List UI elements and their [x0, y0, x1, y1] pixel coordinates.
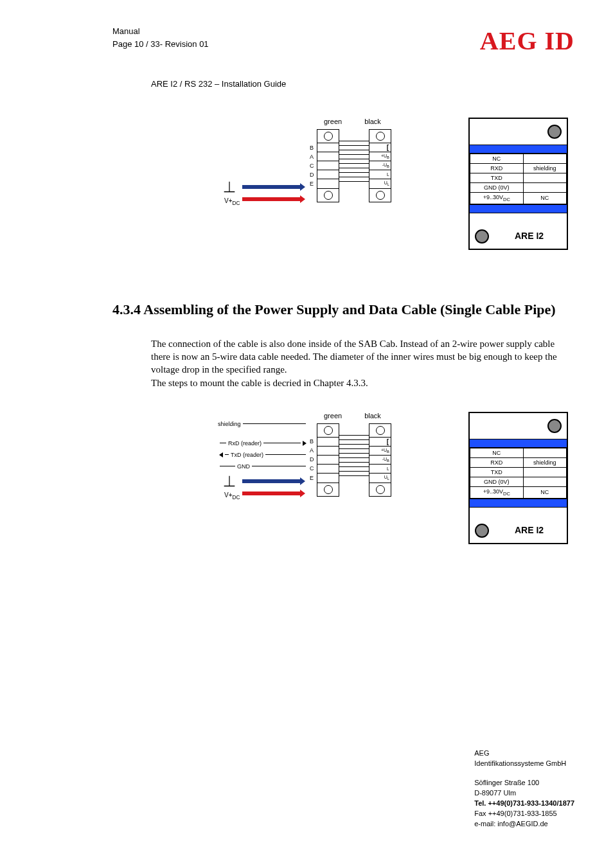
pin-cell	[523, 467, 567, 477]
pin-cell: RXD	[470, 457, 524, 467]
are-bottom: ARE I2	[470, 213, 567, 249]
arrow-right-icon	[303, 441, 306, 446]
page-header: Manual Page 10 / 33- Revision 01 AEG ID	[112, 26, 574, 56]
gnd-label: GND	[218, 461, 308, 472]
conn-hole-icon	[376, 485, 385, 494]
pin-text: +UB	[381, 154, 389, 159]
txd-label: TxD (reader)	[218, 449, 308, 461]
pin-label: A	[310, 154, 314, 160]
conn-hole-icon	[376, 191, 385, 200]
blue-bar-icon	[470, 499, 567, 508]
pin-cell	[523, 154, 567, 164]
manual-label: Manual	[112, 26, 209, 37]
pin-text: L	[387, 172, 389, 177]
pin-table: NC RXDshielding TXD GND (0V) +9..30VDCNC	[470, 154, 567, 204]
connector-black: [ +UB -UB L UL	[369, 423, 391, 497]
pin-cell	[523, 477, 567, 486]
pin-label: D	[310, 172, 314, 178]
address-line-2: D-89077 Ulm	[474, 788, 574, 799]
email: e-mail: info@AEGID.de	[474, 819, 574, 829]
pin-label: B	[310, 145, 314, 151]
ground-icon: ⏊	[224, 182, 235, 193]
pin-cell: GND (0V)	[470, 183, 524, 193]
red-wire-icon	[242, 492, 300, 495]
conn-hole-icon	[376, 132, 385, 141]
pin-cell: NC	[470, 448, 524, 457]
pin-cell: NC	[523, 193, 567, 204]
connector-black: [ +UB -UB L UL	[369, 129, 391, 202]
pin-cell: NC	[523, 486, 567, 498]
pin-label: E	[310, 475, 314, 481]
pin-cell	[523, 173, 567, 183]
conn-hole-icon	[324, 485, 333, 494]
bracket-icon: [	[387, 438, 389, 445]
blue-bar-icon	[470, 204, 567, 213]
pin-label: C	[310, 465, 314, 472]
pin-cell: +9..30VDC	[470, 193, 524, 204]
are-bottom: ARE I2	[470, 508, 567, 543]
wire-color-labels: green black	[324, 412, 381, 420]
section-heading: 4.3.4 Assembling of the Power Supply and…	[112, 301, 574, 318]
pin-text: -UB	[382, 457, 389, 463]
pin-text: L	[387, 466, 389, 471]
address-line-1: Söflinger Straße 100	[474, 778, 574, 788]
telephone: Tel. ++49(0)731-933-1340/1877	[474, 799, 574, 809]
pin-cell: NC	[470, 154, 524, 164]
bracket-icon: [	[387, 144, 389, 151]
doc-subtitle: ARE I2 / RS 232 – Installation Guide	[151, 79, 574, 89]
conn-hole-icon	[324, 132, 333, 141]
page-footer: AEG Identifikationssysteme GmbH Söflinge…	[474, 748, 574, 829]
black-label: black	[364, 412, 381, 420]
green-label: green	[324, 118, 342, 125]
mount-hole-icon	[475, 524, 489, 538]
are-i2-box: NC RXDshielding TXD GND (0V) +9..30VDCNC…	[468, 412, 568, 544]
company-name-1: AEG	[474, 748, 574, 759]
pin-label: C	[310, 163, 314, 169]
body-paragraph: The connection of the cable is also done…	[151, 337, 574, 389]
power-symbol: ⏊ V+DC	[224, 476, 305, 500]
fax: Fax ++49(0)731-933-1855	[474, 809, 574, 819]
pin-table: NC RXDshielding TXD GND (0V) +9..30VDCNC	[470, 448, 567, 499]
power-symbol: ⏊ V+DC	[224, 182, 305, 206]
pin-label: E	[310, 181, 314, 187]
conn-hole-icon	[376, 426, 385, 435]
are-label: ARE I2	[497, 525, 562, 538]
company-name-2: Identifikationssysteme GmbH	[474, 759, 574, 769]
conn-hole-icon	[324, 191, 333, 200]
figure-row-2: green black shielding RxD (reader) TxD (…	[112, 412, 574, 544]
figure-row-1: green black B A C D E [ +UB -UB L U	[112, 118, 574, 250]
pin-text: +UB	[381, 448, 389, 454]
mount-hole-icon	[547, 125, 562, 139]
pin-cell: TXD	[470, 467, 524, 477]
pin-text: UL	[384, 181, 389, 186]
are-label: ARE I2	[497, 231, 562, 244]
pin-text: UL	[384, 475, 389, 481]
wiring-diagram-2: green black shielding RxD (reader) TxD (…	[218, 412, 407, 521]
blue-wire-icon	[242, 479, 300, 483]
arrow-left-icon	[219, 452, 223, 457]
green-label: green	[324, 412, 342, 420]
pin-label: A	[310, 447, 314, 454]
brand-logo: AEG ID	[480, 26, 574, 56]
pin-cell	[523, 183, 567, 193]
pin-cell	[523, 448, 567, 457]
pin-cell: GND (0V)	[470, 477, 524, 486]
signal-labels: shielding RxD (reader) TxD (reader) GND	[218, 418, 308, 472]
logo-text: AEG ID	[480, 26, 574, 56]
pin-cell: RXD	[470, 164, 524, 173]
pin-text: -UB	[382, 163, 389, 168]
header-left: Manual Page 10 / 33- Revision 01	[112, 26, 209, 50]
pin-cell: shielding	[523, 457, 567, 467]
rxd-label: RxD (reader)	[218, 438, 308, 449]
connector-green: B A C D E	[317, 129, 339, 202]
connector-green: B A D C E	[317, 423, 339, 497]
blue-bar-icon	[470, 439, 567, 448]
jumper-lines	[339, 141, 369, 186]
red-wire-icon	[242, 197, 300, 201]
shielding-label: shielding	[218, 418, 308, 430]
are-top	[470, 413, 567, 439]
page-revision: Page 10 / 33- Revision 01	[112, 39, 209, 50]
mount-hole-icon	[547, 419, 562, 433]
mount-hole-icon	[475, 229, 489, 244]
ground-icon: ⏊	[224, 476, 235, 488]
